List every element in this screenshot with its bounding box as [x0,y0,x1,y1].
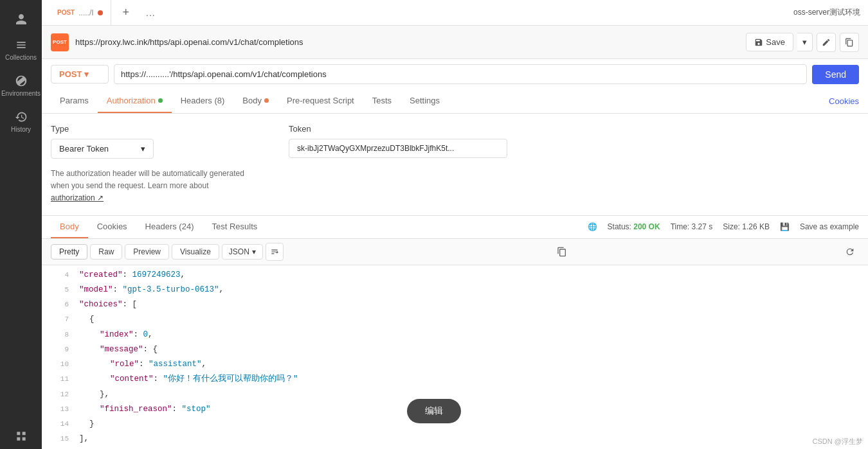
workspaces-icon [15,430,28,443]
json-punctuation: : [123,270,132,279]
sidebar-item-user[interactable] [0,6,42,32]
response-tabs-bar: Body Cookies Headers (24) Test Results 🌐… [42,216,868,239]
urlbar-url-display: https://proxy.lwc.ink/https/api.openai.c… [75,37,739,47]
line-number: 5 [51,284,69,296]
format-value: JSON [229,247,249,256]
response-status-text: Status: 200 OK [608,222,660,231]
tab-params-label: Params [60,96,89,105]
add-tab-button[interactable]: + [116,0,136,25]
line-content: "content": "你好！有什么我可以帮助你的吗？" [110,373,298,386]
line-number: 6 [51,299,69,311]
duplicate-icon [845,38,854,47]
response-tab-testresults[interactable]: Test Results [203,216,266,238]
format-bar: Pretty Raw Preview Visualize JSON ▾ [42,239,868,265]
json-line: 6"choices": [ [42,297,868,312]
sidebar-item-collections[interactable]: Collections [0,32,42,68]
method-select[interactable]: POST ▾ [51,65,109,84]
tab-authorization-label: Authorization [107,96,156,105]
tab-tests-label: Tests [372,96,392,105]
line-content: { [89,313,95,326]
user-icon [15,13,28,26]
environments-icon [15,75,28,87]
workspace-info: oss-server测试环境 [793,7,860,18]
response-tab-headers[interactable]: Headers (24) [136,216,203,238]
preview-button[interactable]: Preview [125,244,169,260]
auth-type-select[interactable]: Bearer Token ▾ [51,139,154,159]
save-example-button[interactable]: Save as example [800,222,859,231]
json-key: "model" [79,285,113,294]
json-line: 15], [42,432,868,446]
response-headers-label: Headers (24) [145,222,194,231]
edit-request-button[interactable] [817,33,836,52]
response-size-text: Size: 1.26 KB [723,222,770,231]
body-dot [264,98,269,103]
line-content: "role": "assistant", [110,358,206,371]
tab-body[interactable]: Body [233,89,278,113]
send-button[interactable]: Send [812,65,859,84]
sidebar-item-environments[interactable]: Environments [0,68,42,104]
edit-button[interactable]: 编辑 [407,399,461,423]
method-value: POST [59,69,82,79]
url-input[interactable] [114,64,807,84]
response-status-value: 200 OK [633,222,660,231]
auth-type-value: Bearer Token [59,144,109,154]
sidebar-collections-label: Collections [5,54,37,62]
json-line: 9"message": { [42,342,868,357]
json-punctuation: { [89,315,95,324]
cookies-link[interactable]: Cookies [829,96,859,106]
response-cookies-label: Cookies [97,222,127,231]
line-content: "message": { [100,343,158,357]
json-punctuation: , [181,270,186,279]
json-punctuation: : [ [123,300,138,309]
workspace-name: oss-server测试环境 [793,7,860,18]
clear-button[interactable] [841,243,859,261]
response-time-value: 3.27 s [692,222,713,231]
sidebar-item-workspaces[interactable] [0,423,42,449]
response-tab-cookies[interactable]: Cookies [88,216,136,238]
tab-body-label: Body [242,96,262,105]
more-tabs-button[interactable]: ... [141,0,161,25]
copy-button[interactable] [553,243,571,261]
tab-tests[interactable]: Tests [363,89,401,113]
json-number: 1697249623 [132,270,181,279]
line-number: 10 [51,358,69,371]
topbar: POST ...../I + ... oss-server测试环境 [42,0,868,26]
auth-learn-more-link[interactable]: authorization ↗ [51,193,104,202]
tab-headers[interactable]: Headers (8) [172,89,234,113]
line-number: 4 [51,269,69,281]
method-chevron: ▾ [84,69,89,79]
tab-settings[interactable]: Settings [401,89,449,113]
sidebar-item-history[interactable]: History [0,104,42,140]
pretty-button[interactable]: Pretty [51,244,87,260]
json-line: 11"content": "你好！有什么我可以帮助你的吗？" [42,372,868,387]
tab-authorization[interactable]: Authorization [98,89,172,113]
save-dropdown-button[interactable]: ▾ [797,33,813,51]
format-select[interactable]: JSON ▾ [222,244,263,260]
tab-params[interactable]: Params [51,89,98,113]
save-button[interactable]: Save [746,33,793,51]
save-button-label: Save [766,37,785,47]
auth-section: Type Bearer Token ▾ The authorization he… [42,114,868,216]
auth-right: Token [289,124,859,205]
auth-token-input[interactable] [289,139,507,158]
line-number: 12 [51,389,69,401]
tab-prerequest[interactable]: Pre-request Script [278,89,363,113]
visualize-button[interactable]: Visualize [172,244,219,260]
response-tab-body[interactable]: Body [51,216,88,238]
json-string: "你好！有什么我可以帮助你的吗？" [163,374,298,383]
json-punctuation: , [219,285,224,294]
json-key: "content" [110,374,154,383]
duplicate-request-button[interactable] [840,33,859,52]
format-chevron: ▾ [252,247,256,256]
raw-button[interactable]: Raw [90,244,122,260]
json-line: 8"index": 0, [42,328,868,342]
json-key: "finish_reason" [100,405,172,414]
request-icon-text: POST [53,39,67,45]
json-punctuation: : [113,285,123,294]
json-line: 4"created": 1697249623, [42,268,868,283]
wrap-lines-button[interactable] [266,243,284,261]
auth-token-label: Token [289,124,859,134]
json-punctuation: ], [79,434,89,443]
auth-description: The authorization header will be automat… [51,168,269,205]
request-tab[interactable]: POST ...../I [50,0,111,25]
